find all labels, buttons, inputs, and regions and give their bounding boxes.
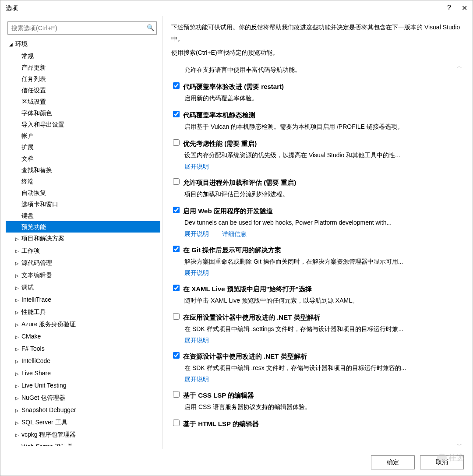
option-title: 基于 HTML LSP 的编辑器 bbox=[183, 420, 259, 428]
expand-link[interactable]: 展开说明 bbox=[184, 376, 209, 383]
tree-item-IntelliCode[interactable]: ▷IntelliCode bbox=[6, 355, 160, 367]
tree-item-查找和替换[interactable]: 查找和替换 bbox=[6, 164, 160, 176]
option-checkbox[interactable] bbox=[173, 391, 180, 398]
tree-item-选项卡和窗口[interactable]: 选项卡和窗口 bbox=[6, 198, 160, 210]
option-description: 在 SDK 样式项目中编辑 .settings 文件时，存储与设计器和项目的目标… bbox=[173, 324, 459, 334]
tree-item-任务列表[interactable]: 任务列表 bbox=[6, 73, 160, 85]
details-link[interactable]: 详细信息 bbox=[222, 230, 247, 237]
option-description: Dev tunnels can be used for web hooks, P… bbox=[173, 217, 459, 228]
option-title: 允许项目进程外加载和评估 (需要 重启) bbox=[183, 179, 296, 187]
tree-item-文档[interactable]: 文档 bbox=[6, 153, 160, 164]
tree-item-扩展[interactable]: 扩展 bbox=[6, 141, 160, 153]
search-input[interactable] bbox=[7, 21, 157, 35]
tree-item-自动恢复[interactable]: 自动恢复 bbox=[6, 187, 160, 198]
option-description: 在 SDK 样式项目中编辑 .resx 文件时，存储与设计器和项目的目标运行时兼… bbox=[173, 363, 459, 373]
tree-item-Snapshot Debugger[interactable]: ▷Snapshot Debugger bbox=[6, 404, 160, 416]
tree-item-调试[interactable]: ▷调试 bbox=[6, 282, 160, 294]
close-icon[interactable]: ✕ bbox=[462, 4, 467, 12]
tree-item-SQL Server 工具[interactable]: ▷SQL Server 工具 bbox=[6, 416, 160, 429]
tree-item-源代码管理[interactable]: ▷源代码管理 bbox=[6, 257, 160, 269]
tree-item-IntelliTrace[interactable]: ▷IntelliTrace bbox=[6, 294, 160, 306]
option-item: 在资源设计器中使用改进的 .NET 类型解析在 SDK 样式项目中编辑 .res… bbox=[171, 351, 459, 384]
expand-link[interactable]: 展开说明 bbox=[184, 163, 209, 170]
option-title: 在资源设计器中使用改进的 .NET 类型解析 bbox=[183, 353, 307, 361]
tree-item-产品更新[interactable]: 产品更新 bbox=[6, 62, 160, 73]
tree-item-文本编辑器[interactable]: ▷文本编辑器 bbox=[6, 269, 160, 282]
option-item: 代码覆盖率体验改进 (需要 restart)启用新的代码覆盖率体验。 bbox=[171, 81, 459, 103]
window-title: 选项 bbox=[6, 4, 447, 12]
option-title: 优先考虑性能 (需要 重启) bbox=[183, 140, 257, 148]
tree-item-Azure 服务身份验证[interactable]: ▷Azure 服务身份验证 bbox=[6, 318, 160, 331]
option-title: 代码覆盖率体验改进 (需要 restart) bbox=[183, 83, 284, 91]
tree-item-vcpkg 程序包管理器[interactable]: ▷vcpkg 程序包管理器 bbox=[6, 429, 160, 441]
option-description: 解决方案因重命名或删除 Git 操作而关闭时，在解决方案资源管理器中显示可用..… bbox=[173, 256, 459, 267]
option-title: 在 XAML Live 预览版中启用"始终打开"选择 bbox=[183, 285, 312, 293]
intro-text: 下述预览功能可供试用。你的反馈将帮助我们改进这些功能并决定是否将其包含在下一版本… bbox=[171, 21, 464, 44]
option-item: 代码覆盖率本机静态检测启用基于 Vulcan 的本机静态检测。需要为本机项目启用… bbox=[171, 109, 459, 132]
tree-item-工作项[interactable]: ▷工作项 bbox=[6, 245, 160, 257]
tree-item-预览功能[interactable]: 预览功能 bbox=[6, 221, 160, 233]
option-checkbox[interactable] bbox=[173, 139, 180, 146]
option-description: 项目的加载和评估已分流到外部进程。 bbox=[173, 189, 459, 199]
option-title: 代码覆盖率本机静态检测 bbox=[183, 111, 255, 120]
option-description: 启用新的代码覆盖率体验。 bbox=[173, 93, 459, 103]
expand-link[interactable]: 展开说明 bbox=[184, 337, 209, 344]
help-icon[interactable]: ? bbox=[447, 4, 451, 12]
tree-item-导入和导出设置[interactable]: 导入和导出设置 bbox=[6, 119, 160, 130]
tree-item-Web Forms 设计器[interactable]: ▷Web Forms 设计器 bbox=[6, 441, 160, 446]
option-description: 启用 CSS 语言服务器协议支持的编辑器体验。 bbox=[173, 402, 459, 412]
option-title: 启用 Web 应用程序的开发隧道 bbox=[183, 207, 273, 215]
tree-item-键盘[interactable]: 键盘 bbox=[6, 210, 160, 221]
option-title: 在应用设置设计器中使用改进的 .NET 类型解析 bbox=[183, 314, 320, 322]
option-item: 基于 CSS LSP 的编辑器启用 CSS 语言服务器协议支持的编辑器体验。 bbox=[171, 390, 459, 412]
button-bar: 确定 取消 bbox=[0, 449, 473, 476]
option-item: 允许在支持语言中使用丰富代码导航功能。 bbox=[171, 64, 459, 75]
tree-item-CMake[interactable]: ▷CMake bbox=[6, 331, 160, 343]
option-checkbox[interactable] bbox=[173, 246, 180, 252]
option-description: 启用基于 Vulcan 的本机静态检测。需要为本机项目启用 /PROFILE 链… bbox=[173, 121, 459, 132]
option-checkbox[interactable] bbox=[173, 178, 180, 185]
option-item: 优先考虑性能 (需要 重启)设置内存分配和系统资源的优先级，以提高在 Visua… bbox=[171, 138, 459, 171]
scroll-down-icon[interactable]: ﹀ bbox=[457, 442, 462, 449]
expand-link[interactable]: 展开说明 bbox=[184, 230, 209, 237]
tree-item-Live Unit Testing[interactable]: ▷Live Unit Testing bbox=[6, 380, 160, 392]
option-title: 在 Git 操作后显示可用的解决方案 bbox=[183, 246, 281, 254]
sidebar: 🔍 ◢环境常规产品更新任务列表信任设置区域设置字体和颜色导入和导出设置帐户扩展文… bbox=[0, 16, 162, 449]
option-item: 允许项目进程外加载和评估 (需要 重启)项目的加载和评估已分流到外部进程。 bbox=[171, 177, 459, 199]
cancel-button[interactable]: 取消 bbox=[420, 455, 464, 469]
option-item: 基于 HTML LSP 的编辑器 bbox=[171, 418, 459, 428]
tree-root-环境[interactable]: ◢环境 bbox=[6, 38, 160, 50]
titlebar: 选项 ? ✕ bbox=[0, 0, 473, 16]
tree-item-NuGet 包管理器[interactable]: ▷NuGet 包管理器 bbox=[6, 392, 160, 404]
tree-item-字体和颜色[interactable]: 字体和颜色 bbox=[6, 107, 160, 119]
option-item: 在应用设置设计器中使用改进的 .NET 类型解析在 SDK 样式项目中编辑 .s… bbox=[171, 312, 459, 345]
tree-item-常规[interactable]: 常规 bbox=[6, 50, 160, 62]
expand-link[interactable]: 展开说明 bbox=[184, 269, 209, 276]
ok-button[interactable]: 确定 bbox=[371, 455, 415, 469]
tree-item-帐户[interactable]: 帐户 bbox=[6, 130, 160, 141]
search-icon[interactable]: 🔍 bbox=[147, 24, 154, 31]
tree-item-性能工具[interactable]: ▷性能工具 bbox=[6, 306, 160, 318]
tree-item-F# Tools[interactable]: ▷F# Tools bbox=[6, 343, 160, 355]
option-title: 基于 CSS LSP 的编辑器 bbox=[183, 391, 254, 400]
option-checkbox[interactable] bbox=[173, 111, 180, 117]
option-checkbox[interactable] bbox=[173, 285, 180, 291]
option-item: 在 Git 操作后显示可用的解决方案解决方案因重命名或删除 Git 操作而关闭时… bbox=[171, 244, 459, 277]
content-panel: 下述预览功能可供试用。你的反馈将帮助我们改进这些功能并决定是否将其包含在下一版本… bbox=[162, 16, 473, 449]
tree-item-Live Share[interactable]: ▷Live Share bbox=[6, 367, 160, 380]
option-item: 在 XAML Live 预览版中启用"始终打开"选择随时单击 XAML Live… bbox=[171, 283, 459, 306]
tree-item-区域设置[interactable]: 区域设置 bbox=[6, 96, 160, 107]
tree-item-项目和解决方案[interactable]: ▷项目和解决方案 bbox=[6, 233, 160, 245]
option-checkbox[interactable] bbox=[173, 313, 180, 320]
options-list[interactable]: 允许在支持语言中使用丰富代码导航功能。代码覆盖率体验改进 (需要 restart… bbox=[171, 63, 464, 449]
tree-item-终端[interactable]: 终端 bbox=[6, 176, 160, 187]
option-checkbox[interactable] bbox=[173, 82, 180, 89]
scroll-up-icon[interactable]: ︿ bbox=[457, 63, 462, 70]
option-checkbox[interactable] bbox=[173, 352, 180, 359]
tree-item-信任设置[interactable]: 信任设置 bbox=[6, 85, 160, 96]
option-checkbox[interactable] bbox=[173, 420, 180, 426]
tree-view[interactable]: ◢环境常规产品更新任务列表信任设置区域设置字体和颜色导入和导出设置帐户扩展文档查… bbox=[6, 38, 162, 446]
intro-subtext: 使用搜索(Ctrl+E)查找特定的预览功能。 bbox=[171, 47, 464, 58]
option-checkbox[interactable] bbox=[173, 207, 180, 213]
option-description: 随时单击 XAML Live 预览版中的任何元素，以导航到源 XAML。 bbox=[173, 295, 459, 306]
